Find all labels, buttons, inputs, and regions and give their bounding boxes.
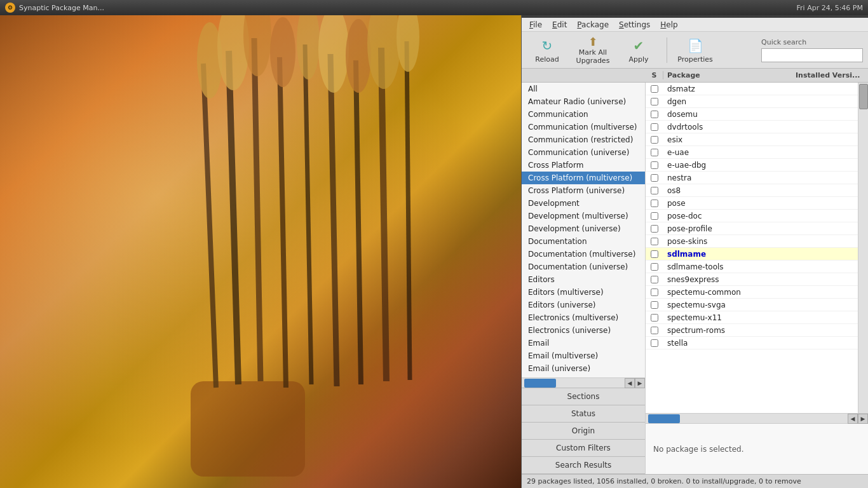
apply-button[interactable]: ✔ Apply (618, 34, 659, 66)
category-item[interactable]: Editors (multiverse) (522, 286, 645, 299)
package-row[interactable]: pose (646, 197, 858, 210)
pkg-checkbox[interactable] (646, 250, 663, 258)
package-row[interactable]: spectemu-svga (646, 299, 858, 311)
category-item[interactable]: Communication (522, 108, 645, 121)
package-row[interactable]: snes9express (646, 273, 858, 286)
left-hscroll-thumb[interactable] (524, 379, 556, 388)
package-row[interactable]: spectemu-x11 (646, 311, 858, 324)
package-row[interactable]: sdlmame (646, 248, 858, 261)
package-row[interactable]: sdlmame-tools (646, 261, 858, 273)
category-item[interactable]: Email (universe) (522, 362, 645, 375)
sidebar-btn-sections[interactable]: Sections (522, 388, 645, 405)
package-list[interactable]: dsmatzdgendosemudvdrtoolsesixe-uaee-uae-… (646, 83, 858, 413)
category-item[interactable]: Electronics (universe) (522, 324, 645, 337)
pkg-checkbox[interactable] (646, 98, 663, 105)
scroll-right-arrow[interactable]: ▶ (635, 378, 645, 388)
pkg-checkbox[interactable] (646, 174, 663, 182)
category-item[interactable]: Electronics (multiverse) (522, 311, 645, 324)
category-item[interactable]: Documentation (multiverse) (522, 248, 645, 261)
category-item[interactable]: Email (multiverse) (522, 349, 645, 362)
menu-edit[interactable]: Edit (547, 19, 572, 30)
pkg-checkbox[interactable] (646, 238, 663, 245)
pkg-checkbox[interactable] (646, 225, 663, 233)
vscroll-thumb[interactable] (859, 84, 868, 109)
category-item[interactable]: Email (522, 337, 645, 349)
category-item[interactable]: Cross Platform (multiverse) (522, 172, 645, 184)
category-item[interactable]: Amateur Radio (universe) (522, 95, 645, 108)
pkg-checkbox[interactable] (646, 339, 663, 347)
pkg-scroll-right[interactable]: ▶ (858, 414, 868, 424)
category-item[interactable]: Cross Platform (universe) (522, 184, 645, 197)
category-item[interactable]: Communication (universe) (522, 146, 645, 159)
category-item[interactable]: Editors (universe) (522, 299, 645, 311)
category-item[interactable]: Development (522, 197, 645, 210)
package-row[interactable]: dvdrtools (646, 121, 858, 133)
reload-button[interactable]: ↻ Reload (527, 34, 567, 66)
category-item[interactable]: All (522, 83, 645, 95)
mark-all-upgrades-button[interactable]: ⬆ Mark All Upgrades (573, 34, 613, 66)
pkg-checkbox[interactable] (646, 301, 663, 309)
col-header-status[interactable]: S (646, 71, 663, 79)
package-row[interactable]: stella (646, 337, 858, 349)
pkg-checkbox[interactable] (646, 314, 663, 322)
package-row[interactable]: nestra (646, 172, 858, 184)
menu-settings[interactable]: Settings (614, 19, 655, 30)
category-list[interactable]: AllAmateur Radio (universe)Communication… (522, 83, 645, 377)
package-row[interactable]: esix (646, 133, 858, 146)
category-item[interactable]: Documentation (522, 235, 645, 248)
package-row[interactable]: pose-skins (646, 235, 858, 248)
pkg-checkbox[interactable] (646, 161, 663, 169)
package-row[interactable]: dosemu (646, 108, 858, 121)
package-row[interactable]: e-uae (646, 146, 858, 159)
pkg-scroll-arrows[interactable]: ◀ ▶ (848, 414, 868, 424)
pkg-checkbox[interactable] (646, 85, 663, 93)
package-list-vscroll[interactable] (858, 83, 868, 413)
package-row[interactable]: e-uae-dbg (646, 159, 858, 172)
pkg-checkbox[interactable] (646, 327, 663, 334)
pkg-checkbox[interactable] (646, 288, 663, 296)
package-detail: No package is selected. (646, 423, 868, 474)
pkg-checkbox[interactable] (646, 123, 663, 131)
taskbar: ⚙ Synaptic Package Man... Fri Apr 24, 5:… (0, 0, 868, 15)
pkg-checkbox[interactable] (646, 187, 663, 194)
category-item[interactable]: Communication (restricted) (522, 133, 645, 146)
package-row[interactable]: dsmatz (646, 83, 858, 95)
scroll-left-arrow[interactable]: ◀ (625, 378, 635, 388)
package-row[interactable]: pose-profile (646, 222, 858, 235)
package-row[interactable]: pose-doc (646, 210, 858, 222)
category-item[interactable]: Communication (multiverse) (522, 121, 645, 133)
pkg-hscroll[interactable]: ◀ ▶ (646, 413, 868, 423)
sidebar-btn-custom-filters[interactable]: Custom Filters (522, 440, 645, 457)
left-panel-hscroll[interactable]: ◀ ▶ (522, 377, 645, 388)
pkg-checkbox[interactable] (646, 212, 663, 220)
pkg-checkbox[interactable] (646, 200, 663, 207)
col-header-installed[interactable]: Installed Versi... (792, 71, 868, 79)
properties-button[interactable]: 📄 Properties (675, 34, 715, 66)
category-item[interactable]: Documentation (universe) (522, 261, 645, 273)
pkg-checkbox[interactable] (646, 276, 663, 283)
quick-search-input[interactable] (761, 48, 863, 62)
left-scroll-arrows[interactable]: ◀ ▶ (625, 378, 645, 388)
package-row[interactable]: os8 (646, 184, 858, 197)
menu-package[interactable]: Package (572, 19, 614, 30)
pkg-checkbox[interactable] (646, 136, 663, 144)
category-item[interactable]: Development (multiverse) (522, 210, 645, 222)
sidebar-btn-search-results[interactable]: Search Results (522, 457, 645, 474)
col-header-package[interactable]: Package (663, 71, 792, 79)
package-row[interactable]: spectemu-common (646, 286, 858, 299)
pkg-checkbox[interactable] (646, 111, 663, 118)
pkg-hscroll-thumb[interactable] (648, 414, 680, 423)
category-item[interactable]: Editors (522, 273, 645, 286)
taskbar-datetime: Fri Apr 24, 5:46 PM (797, 4, 863, 12)
pkg-checkbox[interactable] (646, 263, 663, 271)
sidebar-btn-status[interactable]: Status (522, 405, 645, 423)
sidebar-btn-origin[interactable]: Origin (522, 423, 645, 440)
pkg-scroll-left[interactable]: ◀ (848, 414, 858, 424)
menu-file[interactable]: File (524, 19, 547, 30)
category-item[interactable]: Development (universe) (522, 222, 645, 235)
package-row[interactable]: spectrum-roms (646, 324, 858, 337)
package-row[interactable]: dgen (646, 95, 858, 108)
menu-help[interactable]: Help (655, 19, 682, 30)
pkg-checkbox[interactable] (646, 149, 663, 156)
category-item[interactable]: Cross Platform (522, 159, 645, 172)
